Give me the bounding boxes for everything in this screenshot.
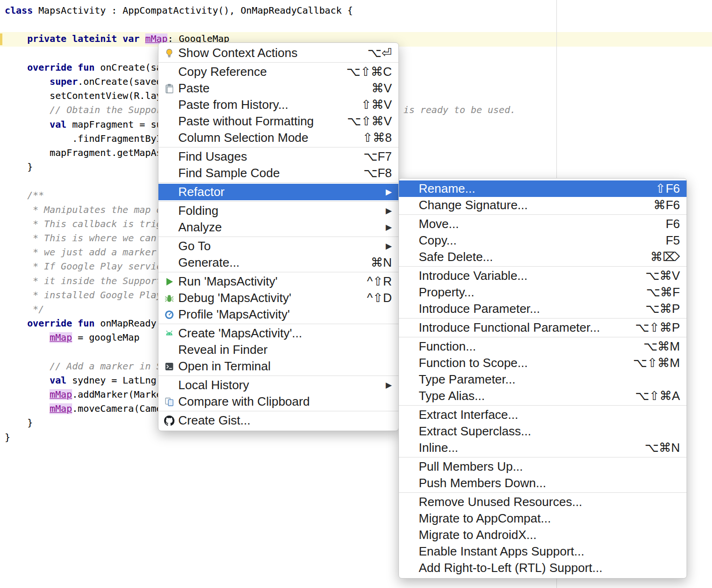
menu-icon-empty (404, 391, 416, 402)
menu-item-label: Introduce Functional Parameter... (419, 320, 622, 335)
code-line[interactable]: class MapsActivity : AppCompatActivity()… (0, 4, 712, 18)
menu-item-open-in-terminal[interactable]: Open in Terminal (158, 358, 398, 375)
menu-icon-empty (404, 200, 416, 211)
menu-item-paste[interactable]: Paste⌘V (158, 80, 398, 97)
menu-item-migrate-to-appcompat[interactable]: Migrate to AppCompat... (399, 510, 687, 527)
menu-item-paste-from-history[interactable]: Paste from History...⇧⌘V (158, 97, 398, 113)
highlighted-symbol-mMap: mMap (50, 403, 72, 414)
menu-shortcut: ⇧⌘8 (363, 131, 392, 145)
menu-item-profile-mapsactivity[interactable]: Profile 'MapsActivity' (158, 306, 398, 323)
menu-item-move[interactable]: Move...F6 (399, 216, 687, 232)
menu-item-column-selection-mode[interactable]: Column Selection Mode⇧⌘8 (158, 130, 398, 146)
github-icon (163, 415, 175, 426)
menu-shortcut: ⌥⌘M (643, 339, 680, 354)
menu-item-label: Type Alias... (419, 389, 622, 403)
code-token: override fun (27, 62, 95, 73)
menu-item-property[interactable]: Property...⌥⌘F (399, 284, 687, 301)
code-token (5, 119, 50, 130)
menu-item-inline[interactable]: Inline...⌥⌘N (399, 440, 687, 456)
menu-shortcut: ⌥⇧⌘M (633, 356, 680, 370)
menu-icon-empty (163, 205, 175, 217)
menu-item-folding[interactable]: Folding▶ (158, 203, 398, 219)
editor-context-menu: Show Context Actions⌥⏎Copy Reference⌥⇧⌘C… (158, 42, 399, 431)
menu-icon-empty (163, 99, 175, 111)
submenu-arrow-icon: ▶ (386, 222, 392, 232)
menu-item-label: Type Parameter... (419, 372, 680, 387)
menu-item-label: Refactor (178, 185, 373, 199)
menu-shortcut: ⌘F6 (654, 198, 680, 212)
highlighted-symbol-mMap: mMap (50, 332, 72, 343)
menu-shortcut: ⌥⌘V (646, 269, 680, 283)
menu-item-refactor[interactable]: Refactor▶ (158, 184, 398, 200)
menu-item-label: Function to Scope... (419, 356, 620, 370)
menu-item-type-alias[interactable]: Type Alias...⌥⇧⌘A (399, 388, 687, 404)
menu-item-add-right-to-left-rtl-support[interactable]: Add Right-to-Left (RTL) Support... (399, 560, 687, 576)
menu-separator (399, 318, 687, 318)
code-token: val (50, 375, 66, 386)
menu-item-push-members-down[interactable]: Push Members Down... (399, 475, 687, 491)
code-token (5, 33, 27, 44)
menu-item-copy[interactable]: Copy...F5 (399, 232, 687, 249)
menu-item-create-gist[interactable]: Create Gist... (158, 412, 398, 429)
menu-item-rename[interactable]: Rename...⇧F6 (399, 180, 687, 197)
menu-shortcut: ⌘N (371, 255, 392, 270)
menu-item-reveal-in-finder[interactable]: Reveal in Finder (158, 342, 398, 358)
menu-item-change-signature[interactable]: Change Signature...⌘F6 (399, 197, 687, 213)
menu-item-paste-without-formatting[interactable]: Paste without Formatting⌥⇧⌘V (158, 113, 398, 130)
menu-item-label: Paste without Formatting (178, 114, 334, 129)
menu-item-debug-mapsactivity[interactable]: Debug 'MapsActivity'^⇧D (158, 290, 398, 306)
menu-icon-empty (163, 241, 175, 252)
menu-item-introduce-variable[interactable]: Introduce Variable...⌥⌘V (399, 268, 687, 284)
code-token (5, 332, 50, 343)
menu-shortcut: F6 (666, 217, 680, 231)
code-token: } (5, 417, 33, 428)
menu-item-label: Find Sample Code (178, 166, 350, 180)
menu-item-enable-instant-apps-support[interactable]: Enable Instant Apps Support... (399, 543, 687, 560)
menu-item-label: Run 'MapsActivity' (178, 274, 354, 289)
menu-shortcut: ⌥F8 (364, 166, 392, 180)
menu-item-find-usages[interactable]: Find Usages⌥F7 (158, 148, 398, 165)
menu-item-function[interactable]: Function...⌥⌘M (399, 338, 687, 355)
menu-item-remove-unused-resources[interactable]: Remove Unused Resources... (399, 494, 687, 510)
menu-shortcut: ⌥F7 (364, 149, 392, 164)
menu-item-pull-members-up[interactable]: Pull Members Up... (399, 458, 687, 475)
menu-separator (158, 237, 398, 237)
lightbulb-icon (163, 48, 175, 59)
menu-item-safe-delete[interactable]: Safe Delete...⌘⌦ (399, 249, 687, 265)
menu-item-label: Move... (419, 217, 653, 231)
menu-item-find-sample-code[interactable]: Find Sample Code⌥F8 (158, 165, 398, 181)
submenu-arrow-icon: ▶ (386, 187, 392, 197)
menu-item-extract-superclass[interactable]: Extract Superclass... (399, 423, 687, 440)
menu-item-introduce-functional-parameter[interactable]: Introduce Functional Parameter...⌥⇧⌘P (399, 319, 687, 336)
menu-item-analyze[interactable]: Analyze▶ (158, 219, 398, 236)
menu-item-show-context-actions[interactable]: Show Context Actions⌥⏎ (158, 45, 398, 61)
highlighted-symbol-mMap: mMap (50, 389, 72, 400)
menu-item-create-mapsactivity[interactable]: Create 'MapsActivity'... (158, 325, 398, 342)
refactor-submenu: Rename...⇧F6Change Signature...⌘F6Move..… (398, 178, 687, 579)
menu-separator (399, 492, 687, 493)
menu-separator (158, 182, 398, 183)
menu-item-local-history[interactable]: Local History▶ (158, 377, 398, 393)
menu-item-type-parameter[interactable]: Type Parameter... (399, 371, 687, 388)
menu-item-label: Inline... (419, 441, 631, 455)
menu-shortcut: ⌥⌘P (646, 302, 680, 316)
code-line[interactable] (0, 18, 712, 32)
menu-icon-empty (404, 461, 416, 473)
menu-item-compare-with-clipboard[interactable]: Compare with Clipboard (158, 393, 398, 410)
menu-item-label: Property... (419, 285, 633, 300)
menu-item-label: Pull Members Up... (419, 459, 680, 474)
menu-item-label: Add Right-to-Left (RTL) Support... (419, 561, 680, 575)
menu-item-label: Show Context Actions (178, 46, 354, 60)
menu-icon-empty (163, 168, 175, 179)
menu-item-generate[interactable]: Generate...⌘N (158, 254, 398, 271)
menu-item-introduce-parameter[interactable]: Introduce Parameter...⌥⌘P (399, 301, 687, 317)
menu-icon-empty (404, 183, 416, 195)
menu-item-migrate-to-androidx[interactable]: Migrate to AndroidX... (399, 527, 687, 543)
menu-item-extract-interface[interactable]: Extract Interface... (399, 407, 687, 423)
menu-item-go-to[interactable]: Go To▶ (158, 238, 398, 254)
menu-item-function-to-scope[interactable]: Function to Scope...⌥⇧⌘M (399, 355, 687, 371)
menu-item-label: Rename... (419, 181, 642, 196)
menu-shortcut: ⌥⌘F (646, 285, 680, 300)
menu-item-copy-reference[interactable]: Copy Reference⌥⇧⌘C (158, 64, 398, 80)
menu-item-run-mapsactivity[interactable]: Run 'MapsActivity'^⇧R (158, 273, 398, 290)
